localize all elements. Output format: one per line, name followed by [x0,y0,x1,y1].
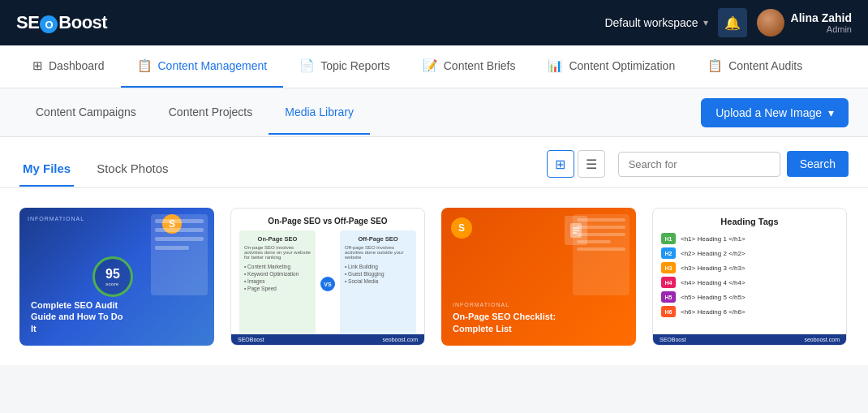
card-3-mockup [573,214,630,295]
mockup-line-3 [577,233,625,236]
content-optimization-icon: 📊 [548,58,563,73]
h2-text: <h2> Heading 2 </h2> [681,250,746,257]
mockup-line-2 [155,228,204,232]
heading-row-h5: H5 <h5> Heading 5 </h5> [661,291,838,303]
logo-boost: Boost [58,12,107,32]
h6-text: <h6> Heading 6 </h6> [681,308,746,316]
upload-button-label: Upload a New Image [715,106,822,119]
card-2-col-offpage: Off-Page SEO Off-page SEO involves activ… [340,230,416,338]
card-1-score-circle: 95 score [92,256,133,297]
h1-badge: H1 [661,233,676,244]
nav-label-topic-reports: Topic Reports [320,59,390,72]
main-content: My Files Stock Photos ⊞ ☰ Search [0,137,868,365]
upload-button[interactable]: Upload a New Image ▾ [701,98,849,127]
sub-nav-tab-content-campaigns[interactable]: Content Campaigns [19,91,153,135]
nav-label-content-audits: Content Audits [728,59,802,72]
h4-badge: H4 [661,277,676,288]
card-3-title: On-Page SEO Checklist: Complete List [453,311,558,334]
nav-item-topic-reports[interactable]: 📄 Topic Reports [283,45,406,88]
header-right: Default workspace ▾ 🔔 Alina Zahid Admin [604,8,852,37]
image-grid: INFORMATIONAL S 95 score Complete SEO Au… [0,188,868,365]
heading-row-h6: H6 <h6> Heading 6 </h6> [661,306,838,317]
sub-nav-area: Content Campaigns Content Projects Media… [0,88,868,137]
list-view-button[interactable]: ☰ [578,150,605,178]
nav-item-content-briefs[interactable]: 📝 Content Briefs [406,45,532,88]
mockup-line-3 [155,237,204,241]
heading-row-h4: H4 <h4> Heading 4 </h4> [661,277,838,288]
grid-view-icon: ⊞ [555,157,565,172]
user-text: Alina Zahid Admin [791,11,852,34]
main-nav: ⊞ Dashboard 📋 Content Management 📄 Topic… [0,45,868,88]
score-value: 95 [105,267,120,282]
card-2-col-onpage: On-Page SEO On-page SEO involves activit… [239,230,316,338]
sub-nav-label-content-projects: Content Projects [169,105,253,118]
nav-item-dashboard[interactable]: ⊞ Dashboard [16,45,121,88]
image-card-checklist[interactable]: S INFORMATIONAL On-Page SEO Checklist: C… [441,208,636,346]
col-onpage-item-3: • Images [244,277,311,285]
file-area-header: My Files Stock Photos ⊞ ☰ Search [0,137,868,188]
h6-badge: H6 [661,306,676,317]
logo-se: SE [16,12,39,32]
topic-reports-icon: 📄 [299,58,315,73]
workspace-label: Default workspace [604,16,698,29]
nav-item-content-management[interactable]: 📋 Content Management [121,45,284,88]
sub-nav-tab-content-projects[interactable]: Content Projects [153,91,269,135]
image-card-heading-tags[interactable]: Heading Tags H1 <h1> Heading 1 </h1> H2 … [652,208,847,346]
heading-row-h1: H1 <h1> Heading 1 </h1> [661,233,838,244]
sub-nav-tab-media-library[interactable]: Media Library [269,91,370,135]
card-1-title: Complete SEO Audit Guide and How To Do I… [31,299,128,334]
workspace-selector[interactable]: Default workspace ▾ [604,16,707,29]
file-tab-stock-photos-label: Stock Photos [97,161,168,175]
card-2-title: On-Page SEO vs Off-Page SEO [239,217,416,226]
h4-text: <h4> Heading 4 </h4> [681,279,746,286]
h5-text: <h5> Heading 5 </h5> [681,294,746,301]
nav-item-content-optimization[interactable]: 📊 Content Optimization [531,45,691,88]
score-label: score [105,282,120,286]
search-input[interactable] [618,152,780,177]
file-tabs: My Files Stock Photos [19,152,191,187]
h5-badge: H5 [661,291,676,303]
col-onpage-desc: On-page SEO involves activities done on … [244,245,311,260]
sub-nav-tabs: Content Campaigns Content Projects Media… [19,91,370,135]
mockup-line-5 [577,247,625,251]
col-offpage-item-3: • Social Media [345,277,411,285]
h3-text: <h3> Heading 3 </h3> [681,265,746,272]
nav-label-content-briefs: Content Briefs [444,59,516,72]
file-tab-stock-photos[interactable]: Stock Photos [93,152,171,187]
user-info[interactable]: Alina Zahid Admin [757,9,852,37]
sub-nav-label-media-library: Media Library [285,105,354,118]
card-2-footer-brand: SEOBoost [238,337,264,342]
card-2-footer-url: seoboost.com [382,337,418,342]
nav-label-dashboard: Dashboard [49,59,105,72]
search-button-label: Search [800,157,836,170]
file-tab-my-files[interactable]: My Files [19,152,74,187]
nav-label-content-management: Content Management [158,59,268,72]
mockup-line-4 [155,246,189,250]
logo-text: SEOBoost [16,12,107,34]
workspace-chevron: ▾ [703,17,708,28]
search-button[interactable]: Search [787,151,849,177]
image-card-comparison[interactable]: On-Page SEO vs Off-Page SEO On-Page SEO … [230,208,425,346]
sub-nav-label-content-campaigns: Content Campaigns [36,105,136,118]
card-3-brand-icon: S [451,217,472,239]
col-onpage-item-4: • Page Speed [244,285,311,292]
logo-o: O [40,15,58,33]
mockup-line-2 [577,226,625,229]
h2-badge: H2 [661,247,676,259]
card-1-badge: INFORMATIONAL [28,216,84,222]
heading-row-h2: H2 <h2> Heading 2 </h2> [661,247,838,259]
upload-chevron-icon: ▾ [828,106,834,119]
notification-button[interactable]: 🔔 [718,8,747,37]
heading-row-h3: H3 <h3> Heading 3 </h3> [661,262,838,273]
card-4-title: Heading Tags [661,217,838,226]
card-4-footer-brand: SEOBoost [660,337,686,342]
logo: SEOBoost [16,12,107,34]
content-management-icon: 📋 [137,58,153,73]
card-1-mockup [151,214,208,295]
image-card-seo-audit[interactable]: INFORMATIONAL S 95 score Complete SEO Au… [19,208,214,346]
nav-item-content-audits[interactable]: 📋 Content Audits [691,45,819,88]
card-2-columns: On-Page SEO On-page SEO involves activit… [239,230,416,338]
grid-view-button[interactable]: ⊞ [547,150,574,178]
dashboard-icon: ⊞ [32,58,43,73]
mockup-line-1 [577,218,625,222]
